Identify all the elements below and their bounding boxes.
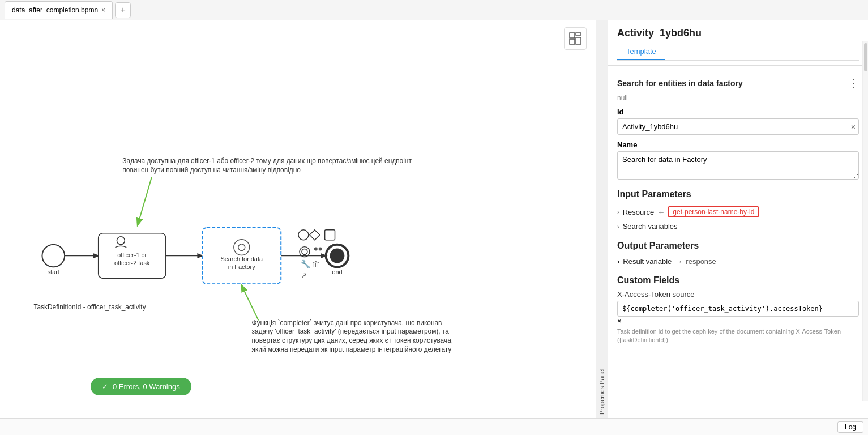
svg-rect-37: [576, 33, 581, 35]
svg-rect-38: [576, 37, 581, 44]
tab-bar: data_after_completion.bpmn × +: [0, 0, 868, 20]
props-body: Search for entities in data factory ⋮ nu…: [608, 66, 868, 418]
bottom-bar: Log: [0, 418, 868, 435]
id-input-wrap: ×: [617, 118, 859, 135]
canvas[interactable]: 🔧 🗑 ↗ start officer-1 or officer-2 task …: [0, 20, 596, 418]
section-heading: Search for entities in data factory: [617, 79, 743, 88]
name-field-label: Name: [617, 140, 859, 149]
input-params-title: Input Parameters: [617, 189, 859, 199]
result-variable-label: Result variable: [623, 257, 672, 266]
svg-point-13: [314, 248, 318, 251]
svg-line-35: [242, 285, 259, 321]
result-variable-value: response: [686, 257, 716, 266]
svg-text:in Factory: in Factory: [228, 263, 255, 270]
name-input-wrap: Search for data in Factory: [617, 151, 859, 181]
errors-label: 0 Errors, 0 Warnings: [113, 382, 180, 391]
svg-marker-9: [310, 230, 320, 240]
svg-text:Задача доступна для officer-1 : Задача доступна для officer-1 або office…: [122, 157, 412, 165]
activity-title: Activity_1ybd6hu: [617, 27, 702, 39]
svg-text:TaskDefinitionId - officer_tas: TaskDefinitionId - officer_task_activity: [34, 303, 146, 311]
minimap-button[interactable]: [564, 27, 587, 50]
svg-text:задачу 'officer_task_activity': задачу 'officer_task_activity' (передаєт…: [252, 327, 450, 335]
id-field-label: Id: [617, 108, 859, 116]
svg-point-20: [330, 249, 345, 263]
id-input[interactable]: [617, 118, 859, 135]
properties-panel-label: Properties Panel: [596, 20, 608, 418]
errors-bar: ✓ 0 Errors, 0 Warnings: [91, 378, 191, 395]
props-header: Activity_1ybd6hu Template: [608, 20, 868, 66]
svg-text:end: end: [332, 268, 342, 275]
output-params-title: Output Parameters: [617, 241, 859, 251]
canvas-svg: 🔧 🗑 ↗ start officer-1 or officer-2 task …: [0, 20, 596, 418]
x-access-token-clear-button[interactable]: ×: [617, 317, 622, 325]
svg-text:Функція `completer` зчитує дан: Функція `completer` зчитує дані про кори…: [252, 319, 442, 327]
svg-text:повертає структуру цих даних, : повертає структуру цих даних, серед яких…: [252, 336, 453, 344]
svg-rect-10: [325, 230, 335, 240]
properties-panel: Activity_1ybd6hu Template Search for ent…: [608, 20, 868, 418]
search-variables-label: Search variables: [623, 222, 678, 231]
log-button[interactable]: Log: [837, 421, 863, 433]
check-icon: ✓: [102, 382, 108, 391]
resource-label: Resource: [623, 208, 655, 216]
custom-hint: Task definition id to get the ceph key o…: [617, 327, 859, 345]
x-access-token-wrap: ×: [617, 301, 859, 325]
result-variable-row[interactable]: › Result variable → response: [617, 255, 859, 267]
svg-rect-39: [570, 39, 575, 44]
search-variables-row[interactable]: › Search variables: [617, 220, 859, 233]
svg-text:🗑: 🗑: [312, 259, 320, 268]
svg-text:↗: ↗: [301, 271, 307, 280]
id-clear-button[interactable]: ×: [851, 122, 856, 131]
svg-point-12: [302, 249, 307, 255]
svg-text:Search for data: Search for data: [220, 255, 263, 262]
svg-line-29: [138, 177, 152, 225]
main-area: 🔧 🗑 ↗ start officer-1 or officer-2 task …: [0, 20, 868, 418]
template-tab[interactable]: Template: [617, 44, 665, 60]
svg-text:повинен бути повний доступ на : повинен бути повний доступ на читання/зм…: [122, 166, 301, 174]
svg-point-14: [319, 248, 322, 251]
more-options-icon[interactable]: ⋮: [849, 77, 859, 89]
svg-text:який можна передати як input п: який можна передати як input параметр ін…: [252, 346, 452, 353]
result-variable-arrow: →: [675, 257, 682, 266]
svg-text:officer-1 or: officer-1 or: [117, 251, 147, 258]
section-heading-row: Search for entities in data factory ⋮: [617, 77, 859, 89]
add-tab-button[interactable]: +: [115, 2, 131, 18]
result-var-expand-arrow: ›: [617, 257, 619, 266]
resource-value[interactable]: get-person-last-name-by-id: [668, 206, 759, 218]
file-tab[interactable]: data_after_completion.bpmn ×: [5, 1, 113, 19]
tab-filename: data_after_completion.bpmn: [12, 6, 98, 14]
resource-expand-arrow: ›: [617, 208, 619, 215]
resource-arrow: ←: [657, 208, 665, 216]
x-access-token-input[interactable]: [617, 301, 859, 317]
search-var-expand-arrow: ›: [617, 223, 619, 230]
svg-text:officer-2 task: officer-2 task: [114, 259, 150, 266]
svg-rect-36: [570, 33, 575, 38]
name-input[interactable]: Search for data in Factory: [617, 151, 859, 180]
props-tabs: Template: [617, 44, 859, 61]
custom-fields-title: Custom Fields: [617, 275, 859, 285]
svg-point-0: [42, 245, 65, 267]
svg-text:🔧: 🔧: [301, 259, 311, 269]
tab-close-icon[interactable]: ×: [101, 6, 105, 14]
resource-param-row[interactable]: › Resource ← get-person-last-name-by-id: [617, 204, 859, 220]
svg-point-8: [298, 230, 309, 240]
svg-text:start: start: [48, 268, 59, 275]
null-label: null: [617, 94, 859, 102]
x-access-token-label: X-Access-Token source: [617, 290, 859, 298]
